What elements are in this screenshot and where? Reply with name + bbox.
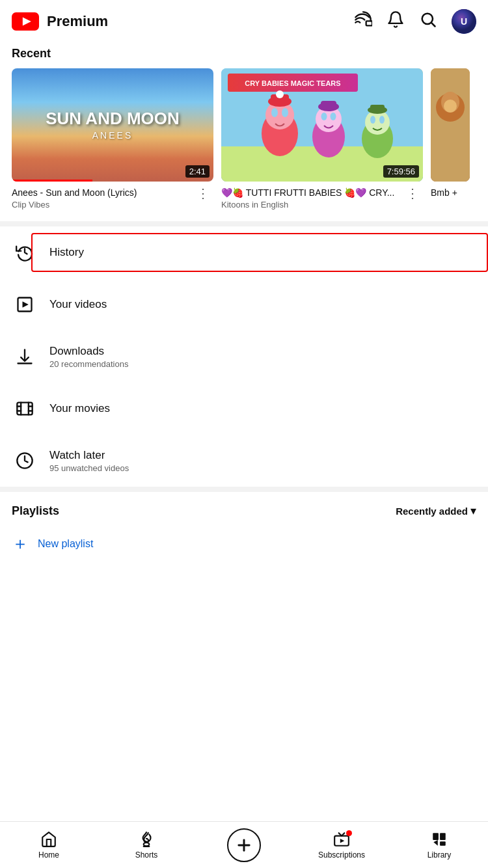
video-title: Anees - Sun and Moon (Lyrics) xyxy=(12,187,194,198)
sort-button[interactable]: Recently added ▾ xyxy=(396,504,476,518)
video-meta: Anees - Sun and Moon (Lyrics) Clip Vibes xyxy=(12,187,194,210)
nav-label-home: Home xyxy=(38,850,59,860)
menu-label-downloads: Downloads xyxy=(49,345,128,358)
nav-label-library: Library xyxy=(427,850,452,860)
thumb-title: SUN AND MOON xyxy=(46,109,180,128)
download-icon xyxy=(12,344,38,370)
svg-marker-51 xyxy=(340,838,345,843)
video-info: Anees - Sun and Moon (Lyrics) Clip Vibes… xyxy=(12,187,213,210)
plus-icon: ＋ xyxy=(12,532,29,555)
svg-rect-24 xyxy=(321,101,336,109)
svg-point-14 xyxy=(271,108,278,117)
shorts-icon xyxy=(138,831,155,848)
avatar[interactable]: U xyxy=(452,9,476,34)
nav-item-subscriptions[interactable]: Subscriptions xyxy=(293,822,390,868)
clock-icon xyxy=(12,448,38,474)
menu-item-your-movies[interactable]: Your movies xyxy=(0,383,488,435)
svg-point-28 xyxy=(379,116,385,124)
menu-item-watch-later[interactable]: Watch later 95 unwatched videos xyxy=(0,435,488,487)
video-info: 💜🍓 TUTTI FRUTTI BABIES 🍓💜 CRY... Kitoons… xyxy=(221,187,423,210)
playlists-header: Playlists Recently added ▾ xyxy=(0,492,488,524)
svg-rect-38 xyxy=(17,403,32,415)
sort-label: Recently added xyxy=(396,506,468,517)
chevron-down-icon: ▾ xyxy=(470,504,476,518)
svg-marker-36 xyxy=(23,302,29,308)
menu-label-your-videos: Your videos xyxy=(49,298,107,311)
video-title: Bmb + xyxy=(431,187,468,198)
video-channel: Kitoons in English xyxy=(221,200,403,210)
video-card[interactable]: CRY BABIES MAGIC TEARS xyxy=(221,68,423,210)
recent-label: Recent xyxy=(0,40,488,68)
menu-text-your-videos: Your videos xyxy=(49,298,107,311)
svg-point-21 xyxy=(321,113,327,120)
menu-label-history: History xyxy=(49,246,84,259)
logo-area: Premium xyxy=(12,12,108,31)
nav-item-add[interactable] xyxy=(195,822,293,868)
svg-point-27 xyxy=(370,116,375,124)
premium-label: Premium xyxy=(47,13,108,30)
video-thumbnail[interactable]: CRY BABIES MAGIC TEARS xyxy=(221,68,423,182)
video-card-partial[interactable]: Bmb + xyxy=(431,68,470,210)
video-card[interactable]: SUN AND MOON ANEES 2:41 Anees - Sun and … xyxy=(12,68,213,210)
video-title: 💜🍓 TUTTI FRUTTI BABIES 🍓💜 CRY... xyxy=(221,187,403,198)
nav-item-home[interactable]: Home xyxy=(0,822,98,868)
menu-text-your-movies: Your movies xyxy=(49,402,110,415)
add-icon[interactable] xyxy=(227,828,261,862)
menu-text-downloads: Downloads 20 recommendations xyxy=(49,345,128,369)
nav-item-library[interactable]: Library xyxy=(390,822,488,868)
svg-point-22 xyxy=(331,113,336,120)
menu-sublabel-watch-later: 95 unwatched videos xyxy=(49,463,129,473)
menu-list: History Your videos Downloads 20 recomme… xyxy=(0,226,488,487)
svg-rect-52 xyxy=(433,833,439,840)
bottom-navigation: Home Shorts xyxy=(0,821,488,868)
movies-icon xyxy=(12,396,38,422)
svg-point-15 xyxy=(282,108,288,117)
video-info: Bmb + xyxy=(431,187,470,198)
notification-dot xyxy=(346,830,352,836)
video-thumbnail[interactable]: SUN AND MOON ANEES 2:41 xyxy=(12,68,213,182)
youtube-logo[interactable] xyxy=(12,12,39,31)
menu-text-watch-later: Watch later 95 unwatched videos xyxy=(49,449,129,473)
video-channel: Clip Vibes xyxy=(12,200,194,210)
playlists-section: Playlists Recently added ▾ ＋ New playlis… xyxy=(0,492,488,568)
svg-rect-30 xyxy=(370,105,385,112)
svg-line-4 xyxy=(431,23,435,26)
svg-rect-55 xyxy=(440,841,446,846)
duration-badge: 7:59:56 xyxy=(383,165,419,178)
svg-text:CRY BABIES MAGIC TEARS: CRY BABIES MAGIC TEARS xyxy=(245,79,340,87)
bottom-spacer xyxy=(0,568,488,620)
history-icon xyxy=(12,239,38,265)
app-header: Premium xyxy=(0,0,488,40)
menu-sublabel-downloads: 20 recommendations xyxy=(49,359,128,369)
menu-item-downloads[interactable]: Downloads 20 recommendations xyxy=(0,331,488,383)
cast-icon[interactable] xyxy=(354,10,372,33)
new-playlist-button[interactable]: ＋ New playlist xyxy=(0,524,488,568)
nav-item-shorts[interactable]: Shorts xyxy=(98,822,195,868)
subscriptions-icon xyxy=(333,831,350,848)
svg-text:U: U xyxy=(461,16,467,27)
video-meta: Bmb + xyxy=(431,187,468,198)
more-options-icon[interactable]: ⋮ xyxy=(403,185,422,201)
section-divider-2 xyxy=(0,487,488,492)
svg-point-34 xyxy=(444,100,457,113)
svg-point-46 xyxy=(144,842,150,845)
library-icon xyxy=(431,831,448,848)
menu-item-history[interactable]: History xyxy=(0,226,488,278)
recent-section: Recent SUN AND MOON ANEES 2:41 Anees - S… xyxy=(0,40,488,221)
thumb-subtitle: ANEES xyxy=(92,130,133,141)
menu-item-your-videos[interactable]: Your videos xyxy=(0,278,488,331)
highlight-box xyxy=(31,233,488,272)
playlists-title: Playlists xyxy=(12,504,59,518)
svg-point-18 xyxy=(276,90,284,98)
nav-label-subscriptions: Subscriptions xyxy=(318,850,365,860)
svg-rect-31 xyxy=(431,68,470,182)
bell-icon[interactable] xyxy=(386,10,405,33)
home-icon xyxy=(40,831,57,848)
svg-marker-54 xyxy=(433,840,438,846)
header-actions: U xyxy=(354,9,476,34)
new-playlist-label: New playlist xyxy=(38,538,93,550)
search-icon[interactable] xyxy=(419,10,437,33)
recent-videos-scroll[interactable]: SUN AND MOON ANEES 2:41 Anees - Sun and … xyxy=(0,68,488,221)
svg-rect-2 xyxy=(366,21,372,25)
more-options-icon[interactable]: ⋮ xyxy=(194,185,212,201)
